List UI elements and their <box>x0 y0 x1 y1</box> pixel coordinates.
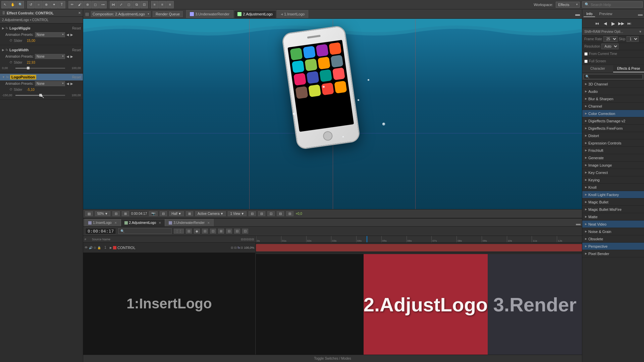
tl-keyframe-btn[interactable]: ◆ <box>194 229 200 234</box>
rp-tab-info[interactable]: Info <box>584 11 595 17</box>
rp-tab-preview[interactable]: Preview <box>596 11 615 17</box>
tl-comp-settings-btn[interactable]: ⋮⋮ <box>174 229 184 234</box>
rp-search-input[interactable] <box>584 74 643 79</box>
extra2[interactable]: ≡ <box>159 1 166 8</box>
effect-position-row[interactable]: ▼ fx LogoPosition Reset <box>0 74 83 80</box>
effect-item-14[interactable]: ▶ Knoll <box>582 184 644 191</box>
tl-framerate-btn[interactable]: ⊞ <box>218 229 224 234</box>
effect-item-12[interactable]: ▶ Key Correct <box>582 169 644 176</box>
effect-item-17[interactable]: ▶ Magic Bullet MisFire <box>582 206 644 213</box>
effect-width-row[interactable]: ▶ fx LogoWidth Reset <box>0 47 83 53</box>
rp-minimize-btn[interactable]: ▬ <box>638 11 643 17</box>
position-slider-thumb[interactable] <box>39 94 42 97</box>
tl-solo-1[interactable]: ⊙ <box>94 246 96 249</box>
workspace-dropdown[interactable]: Effects Standard Minimal <box>556 2 580 8</box>
show-snapshot-btn[interactable]: ⊟ <box>160 211 167 216</box>
transport-prev-btn[interactable]: ◀ <box>602 20 608 27</box>
comp-name-dropdown[interactable]: Composition: 2.AdjustmentLogo <box>91 11 151 17</box>
clone-tool[interactable]: ⊛ <box>84 1 91 8</box>
effect-item-20[interactable]: ▶ Noise & Grain <box>582 228 644 235</box>
wiggle-preset-prev[interactable]: ◀ <box>66 33 69 37</box>
effect-item-8[interactable]: ▶ Expression Controls <box>582 139 644 147</box>
position-reset-btn[interactable]: Reset <box>72 75 81 79</box>
width-preset-next[interactable]: ▶ <box>70 55 73 58</box>
puppet-tool[interactable]: ⊶ <box>99 1 107 8</box>
type-tool[interactable]: T <box>58 1 65 8</box>
tl-view-btn[interactable]: ⊟ <box>234 229 240 234</box>
rotate-tool[interactable]: ↺ <box>27 1 35 8</box>
minimize-panel-btn[interactable]: ▬ <box>575 11 580 17</box>
tl-search-input[interactable] <box>118 228 172 234</box>
mask-btn[interactable]: ⊟ <box>277 211 284 216</box>
effect-item-19[interactable]: ▶ Neat Video <box>582 221 644 228</box>
tl-color-1[interactable] <box>113 246 116 249</box>
tl-expand-1[interactable]: ▶ <box>110 246 112 249</box>
position-preset-dropdown[interactable]: None <box>35 81 65 86</box>
zoom-tool[interactable]: 🔍 <box>17 1 24 8</box>
tl-tab-adjust[interactable]: 2.AdjustmentLogo ✕ <box>121 219 165 226</box>
transport-play-btn[interactable]: ▶ <box>610 20 616 27</box>
tl-transform-1[interactable]: ⊟ <box>231 246 233 249</box>
effect-wiggle-row[interactable]: ▶ fx LogoWiggle Reset <box>0 25 83 32</box>
comp-tab-underwater[interactable]: 3.UnderwaterRender <box>186 10 233 18</box>
tl-tab-adjust-close[interactable]: ✕ <box>159 221 161 225</box>
effect-item-21[interactable]: ▶ Obsolete <box>582 235 644 243</box>
effect-item-2[interactable]: ▶ Blur & Sharpen <box>582 95 644 103</box>
effect-item-5[interactable]: ▶ Digieffects Damage v2 <box>582 117 644 125</box>
effect-item-16[interactable]: ▶ Magic Bullet <box>582 198 644 206</box>
tl-tab-insert[interactable]: 1.InsertLogo ✕ <box>85 219 121 226</box>
zoom-btn[interactable]: 50% ▼ <box>95 211 110 216</box>
brush-tool[interactable]: 🖌 <box>76 1 84 8</box>
effect-item-22[interactable]: ▶ Perspective <box>582 243 644 250</box>
orbit-tool[interactable]: ○ <box>35 1 42 8</box>
snap-tool[interactable]: ⋈ <box>110 1 117 8</box>
width-slider-thumb[interactable] <box>27 67 30 69</box>
effect-item-3[interactable]: ▶ Channel <box>582 103 644 110</box>
tl-audio-1[interactable]: 🔊 <box>89 246 93 249</box>
tl-tab-underwater-close[interactable]: ✕ <box>207 221 210 225</box>
camera-btn[interactable]: Active Camera ▼ <box>195 211 226 216</box>
toggle-row[interactable]: Toggle Switches / Modes <box>83 355 582 362</box>
wiggle-slider-stopwatch[interactable]: ⏱ <box>9 39 12 42</box>
render-queue-btn[interactable]: Render Queue <box>153 11 183 17</box>
render-btn[interactable]: ⊟ <box>249 211 256 216</box>
position-slider-value[interactable]: -5,10 <box>27 88 35 92</box>
width-slider-value[interactable]: 22,93 <box>27 61 35 64</box>
position-preset-next[interactable]: ▶ <box>70 82 73 85</box>
snapshot-btn[interactable]: 📷 <box>149 211 158 216</box>
shape-tool[interactable]: ◻ <box>125 1 132 8</box>
resolution-btn[interactable]: Half ▼ <box>169 211 184 216</box>
roto-tool[interactable]: ⊡ <box>141 1 148 8</box>
tl-layer-name-1[interactable]: CONTROL <box>117 246 230 250</box>
effect-item-18[interactable]: ▶ Matte <box>582 213 644 221</box>
rp-resolution-select[interactable]: Auto <box>601 44 619 49</box>
width-reset-btn[interactable]: Reset <box>72 48 81 52</box>
viewport[interactable] <box>83 19 582 209</box>
wiggle-preset-dropdown[interactable]: None <box>35 32 65 37</box>
effect-item-7[interactable]: ▶ Distort <box>582 132 644 139</box>
comp-tab-adjust[interactable]: 2.AdjustmentLogo <box>234 10 276 18</box>
comp-tab-insert[interactable]: ◀ 1.InsertLogo <box>277 10 308 18</box>
rp-from-current-check[interactable] <box>584 52 588 56</box>
effect-item-23[interactable]: ▶ Pixel Bender <box>582 250 644 257</box>
wiggle-preset-next[interactable]: ▶ <box>70 33 73 37</box>
position-slider-stopwatch[interactable]: ⏱ <box>9 88 12 91</box>
width-preset-dropdown[interactable]: None <box>35 54 65 59</box>
transport-last-btn[interactable]: ⏭ <box>626 20 633 27</box>
extra3[interactable]: ≡ <box>166 1 174 8</box>
tl-layer-1[interactable]: 👁 🔊 ⊙ 🔒 1 ▶ CONTROL ⊟ ⊟ fx ⊟ <box>83 243 256 253</box>
hand-tool[interactable]: ✋ <box>9 1 16 8</box>
rp-framerate-select[interactable]: 25 <box>603 36 618 42</box>
tl-opacity-1[interactable]: 100,0% <box>244 246 254 249</box>
rp-skip-select[interactable]: 1 <box>627 36 639 42</box>
tl-mask-1[interactable]: ⊟ <box>234 246 237 249</box>
pin-tool[interactable]: ✦ <box>50 1 58 8</box>
transport-first-btn[interactable]: ⏮ <box>594 20 600 27</box>
tl-tab-insert-close[interactable]: ✕ <box>114 221 117 225</box>
effect-item-13[interactable]: ▶ Keying <box>582 176 644 184</box>
search-help-input[interactable] <box>591 3 640 7</box>
tl-extra-btn[interactable]: ⊡ <box>242 229 248 234</box>
effect-item-4[interactable]: ▶ Color Correction <box>582 110 644 117</box>
tl-timecode[interactable]: 0:00:04:17 <box>85 228 116 234</box>
effect-item-1[interactable]: ▶ Audio <box>582 88 644 95</box>
